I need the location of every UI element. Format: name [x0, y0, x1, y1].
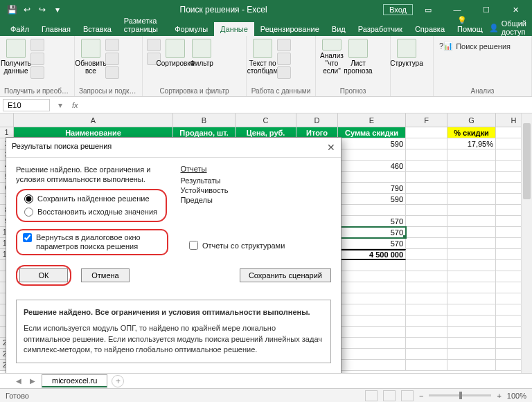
cell[interactable]: [447, 360, 496, 371]
cell[interactable]: [406, 138, 447, 149]
cell[interactable]: [447, 260, 496, 271]
cell[interactable]: [406, 238, 447, 249]
cell[interactable]: 590: [338, 194, 406, 205]
cell[interactable]: [406, 304, 447, 316]
properties-icon[interactable]: [105, 53, 119, 65]
cell[interactable]: [406, 183, 447, 194]
tab-formulas[interactable]: Формулы: [168, 22, 214, 36]
cell[interactable]: [447, 293, 496, 304]
cell[interactable]: [406, 338, 447, 349]
column-header[interactable]: D: [296, 113, 338, 127]
cell[interactable]: [406, 282, 447, 293]
from-web-icon[interactable]: [30, 53, 44, 65]
cell[interactable]: [338, 260, 406, 271]
data-valid-icon[interactable]: [277, 66, 291, 79]
cell[interactable]: [447, 304, 496, 316]
restore-values-radio[interactable]: [24, 208, 33, 217]
cell[interactable]: [447, 194, 496, 205]
filter-button[interactable]: Фильтр: [190, 39, 213, 75]
cell[interactable]: [447, 349, 496, 360]
tab-insert[interactable]: Вставка: [77, 22, 118, 36]
save-icon[interactable]: 💾: [6, 3, 18, 16]
cell[interactable]: [406, 161, 447, 172]
report-item[interactable]: Устойчивость: [181, 185, 332, 195]
ok-button[interactable]: ОК: [19, 268, 68, 282]
cell[interactable]: [338, 338, 406, 349]
column-header[interactable]: F: [406, 113, 447, 127]
cell[interactable]: [406, 205, 447, 216]
cell[interactable]: Сумма скидки: [338, 127, 406, 138]
cell[interactable]: 570: [338, 227, 406, 238]
return-dialog-checkbox[interactable]: [23, 233, 32, 242]
whatif-button[interactable]: Анализ "что если": [320, 39, 344, 75]
cell[interactable]: [447, 238, 496, 249]
cell[interactable]: [406, 360, 447, 371]
undo-icon[interactable]: ↩: [21, 3, 33, 16]
outline-reports-checkbox[interactable]: [189, 241, 198, 250]
qat-dropdown-icon[interactable]: ▾: [51, 3, 64, 16]
solver-button[interactable]: ?📊Поиск решения: [438, 39, 512, 53]
zoom-level[interactable]: 100%: [507, 392, 526, 400]
cell[interactable]: [338, 293, 406, 304]
cell[interactable]: [338, 205, 406, 216]
tab-help[interactable]: Справка: [409, 22, 451, 36]
close-icon[interactable]: ✕: [502, 0, 529, 19]
cell[interactable]: 590: [338, 138, 406, 149]
from-table-icon[interactable]: [30, 66, 44, 79]
cell[interactable]: [447, 316, 496, 327]
cell[interactable]: [406, 127, 447, 138]
cell[interactable]: [406, 194, 447, 205]
cell[interactable]: [338, 327, 406, 338]
dialog-close-icon[interactable]: ✕: [327, 142, 335, 153]
cell[interactable]: [447, 327, 496, 338]
zoom-out-icon[interactable]: −: [419, 392, 423, 400]
cell[interactable]: [338, 271, 406, 282]
queries-icon[interactable]: [105, 39, 119, 51]
zoom-slider[interactable]: [429, 394, 491, 396]
cell[interactable]: [406, 149, 447, 161]
cell[interactable]: 570: [338, 216, 406, 227]
column-header[interactable]: B: [173, 113, 236, 127]
view-normal-icon[interactable]: [365, 390, 378, 401]
cancel-button[interactable]: Отмена: [81, 268, 130, 282]
cell[interactable]: [447, 227, 496, 238]
report-item[interactable]: Пределы: [181, 195, 332, 205]
tab-nav-next-icon[interactable]: ▶: [28, 377, 37, 385]
cell[interactable]: % скидки: [447, 127, 496, 138]
ribbon-options-icon[interactable]: ▭: [414, 0, 442, 19]
add-sheet-icon[interactable]: +: [112, 375, 124, 387]
cell[interactable]: 460: [338, 161, 406, 172]
tab-nav-prev-icon[interactable]: ◀: [14, 377, 24, 385]
cell[interactable]: [338, 316, 406, 327]
get-data-button[interactable]: Получить данные: [4, 39, 28, 75]
cell[interactable]: [447, 172, 496, 183]
cell[interactable]: 790: [338, 183, 406, 194]
column-header[interactable]: G: [447, 113, 496, 127]
cell[interactable]: [338, 282, 406, 293]
tab-tellme[interactable]: 💡 Помощ: [451, 13, 489, 36]
report-item[interactable]: Результаты: [181, 176, 332, 185]
cell[interactable]: [338, 304, 406, 316]
tab-developer[interactable]: Разработчик: [352, 22, 409, 36]
flash-fill-icon[interactable]: [277, 39, 291, 51]
text-to-columns-button[interactable]: Текст по столбцам: [251, 39, 274, 75]
cell[interactable]: [447, 205, 496, 216]
cell[interactable]: [447, 271, 496, 282]
reports-listbox[interactable]: Результаты Устойчивость Пределы: [181, 176, 332, 214]
sort-button[interactable]: Сортировка: [163, 39, 187, 75]
redo-icon[interactable]: ↪: [36, 3, 48, 16]
save-scenario-button[interactable]: Сохранить сценарий: [240, 268, 331, 282]
cell[interactable]: [447, 161, 496, 172]
cell[interactable]: 17,95%: [447, 138, 496, 149]
vertical-scrollbar[interactable]: [521, 113, 532, 373]
sort-az-icon[interactable]: [147, 39, 161, 51]
namebox-dropdown-icon[interactable]: ▾: [53, 100, 68, 110]
tab-data[interactable]: Данные: [214, 22, 254, 36]
column-header[interactable]: E: [338, 113, 406, 127]
forecast-button[interactable]: Лист прогноза: [346, 39, 370, 75]
cell[interactable]: [406, 249, 447, 260]
cell[interactable]: [338, 172, 406, 183]
cell[interactable]: [406, 172, 447, 183]
share-button[interactable]: 👤Общий доступ: [489, 19, 526, 36]
cell[interactable]: [338, 360, 406, 371]
